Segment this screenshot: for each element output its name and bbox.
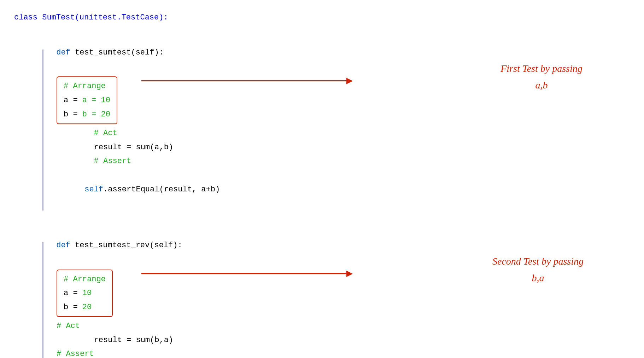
arrange-box-2: # Arrange a = 10 b = 20 bbox=[57, 270, 113, 317]
annotation-2-line2: b,a bbox=[474, 270, 602, 287]
assert-comment-2: # Assert bbox=[14, 347, 630, 358]
result-1: result = sum(a,b) bbox=[14, 140, 630, 155]
method1-block: def test_sumtest(self): # Arrange a = a … bbox=[14, 32, 630, 210]
a-assign-1: a = a = 10 bbox=[64, 93, 110, 108]
arrow-2 bbox=[141, 271, 353, 277]
b-assign-2: b = 20 bbox=[64, 300, 106, 314]
assert-comment-1: # Assert bbox=[14, 154, 630, 168]
method2-block: def test_sumtest_rev(self): # Arrange a … bbox=[14, 225, 630, 358]
method1-name: test_sumtest(self): bbox=[75, 48, 164, 57]
assert-line-1: self.assertEqual(result, a+b) bbox=[14, 168, 630, 210]
arrange-comment-1: # Arrange bbox=[64, 79, 110, 93]
annotation-1-line2: a,b bbox=[481, 77, 602, 94]
vertical-line-1 bbox=[42, 50, 43, 210]
annotation-1-line1: First Test by passing bbox=[481, 60, 602, 77]
arrange-comment-2: # Arrange bbox=[64, 272, 106, 287]
annotation-2-line1: Second Test by passing bbox=[474, 253, 602, 270]
b-assign-1: b = b = 20 bbox=[64, 108, 110, 122]
class-line: class SumTest(unittest.TestCase): bbox=[14, 11, 630, 25]
vertical-line-2 bbox=[42, 242, 43, 358]
annotation-2: Second Test by passing b,a bbox=[474, 253, 602, 287]
arrow-head-2 bbox=[346, 271, 353, 277]
arrange-box-1: # Arrange a = a = 10 b = b = 20 bbox=[57, 76, 117, 124]
result-2: result = sum(b,a) bbox=[14, 333, 630, 347]
def-keyword-2: def bbox=[56, 241, 75, 250]
code-block: class SumTest(unittest.TestCase): def te… bbox=[14, 11, 630, 358]
arrow-line-2 bbox=[141, 273, 346, 274]
act-comment-2: # Act bbox=[14, 319, 630, 333]
method2-name: test_sumtest_rev(self): bbox=[75, 241, 182, 250]
def-keyword: def bbox=[56, 48, 75, 57]
annotation-1: First Test by passing a,b bbox=[481, 60, 602, 94]
act-comment-1: # Act bbox=[14, 126, 630, 140]
arrow-head-1 bbox=[346, 78, 353, 84]
a-assign-2: a = 10 bbox=[64, 286, 106, 300]
class-keyword: class SumTest(unittest.TestCase): bbox=[14, 13, 168, 22]
arrow-1 bbox=[141, 78, 353, 84]
arrow-line-1 bbox=[141, 80, 346, 81]
